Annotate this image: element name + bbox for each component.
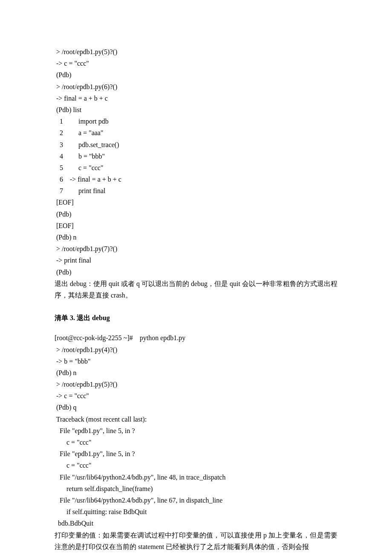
code-line: File "epdb1.py", line 5, in ? bbox=[55, 448, 337, 460]
heading-listing-3: 清单 3. 退出 debug bbox=[55, 312, 337, 324]
code-line: -> final = a + b + c bbox=[55, 92, 337, 104]
code-line: > /root/epdb1.py(5)?() bbox=[55, 379, 337, 390]
code-line: if self.quitting: raise BdbQuit bbox=[55, 506, 337, 517]
code-block-2: [root@rcc-pok-idg-2255 ~]# python epdb1.… bbox=[55, 332, 337, 529]
code-line: Traceback (most recent call last): bbox=[55, 413, 337, 425]
code-line: c = "ccc" bbox=[55, 460, 337, 471]
code-line: File "/usr/lib64/python2.4/bdb.py", line… bbox=[55, 494, 337, 506]
code-line: 6 -> final = a + b + c bbox=[55, 173, 337, 185]
code-line: (Pdb) list bbox=[55, 104, 337, 116]
code-line: 4 b = "bbb" bbox=[55, 150, 337, 162]
code-line: [EOF] bbox=[55, 197, 337, 208]
paragraph-print-var: 打印变量的值：如果需要在调试过程中打印变量的值，可以直接使用 p 加上变量名，但… bbox=[55, 529, 337, 552]
code-line: File "epdb1.py", line 5, in ? bbox=[55, 425, 337, 436]
code-line: [root@rcc-pok-idg-2255 ~]# python epdb1.… bbox=[55, 332, 337, 344]
code-line: > /root/epdb1.py(6)?() bbox=[55, 81, 337, 92]
code-block-1: > /root/epdb1.py(5)?() -> c = "ccc" (Pdb… bbox=[55, 46, 337, 278]
code-line: return self.dispatch_line(frame) bbox=[55, 483, 337, 494]
code-line: (Pdb) n bbox=[55, 231, 337, 243]
code-line: File "/usr/lib64/python2.4/bdb.py", line… bbox=[55, 471, 337, 483]
document-page: > /root/epdb1.py(5)?() -> c = "ccc" (Pdb… bbox=[0, 0, 392, 555]
code-line: 5 c = "ccc" bbox=[55, 162, 337, 173]
code-line: > /root/epdb1.py(5)?() bbox=[55, 46, 337, 58]
paragraph-exit-debug: 退出 debug：使用 quit 或者 q 可以退出当前的 debug，但是 q… bbox=[55, 278, 337, 301]
code-line: bdb.BdbQuit bbox=[55, 517, 337, 529]
code-line: -> c = "ccc" bbox=[55, 58, 337, 69]
code-line: -> print final bbox=[55, 254, 337, 266]
code-line: [EOF] bbox=[55, 220, 337, 231]
code-line: c = "ccc" bbox=[55, 436, 337, 448]
code-line: (Pdb) bbox=[55, 266, 337, 278]
code-line: 3 pdb.set_trace() bbox=[55, 139, 337, 150]
code-line: (Pdb) n bbox=[55, 367, 337, 379]
code-line: 2 a = "aaa" bbox=[55, 127, 337, 139]
code-line: (Pdb) q bbox=[55, 402, 337, 413]
code-line: (Pdb) bbox=[55, 208, 337, 220]
code-line: > /root/epdb1.py(7)?() bbox=[55, 243, 337, 254]
code-line: > /root/epdb1.py(4)?() bbox=[55, 344, 337, 356]
code-line: (Pdb) bbox=[55, 69, 337, 81]
code-line: 1 import pdb bbox=[55, 116, 337, 127]
code-line: -> c = "ccc" bbox=[55, 390, 337, 402]
code-line: 7 print final bbox=[55, 185, 337, 197]
code-line: -> b = "bbb" bbox=[55, 356, 337, 367]
